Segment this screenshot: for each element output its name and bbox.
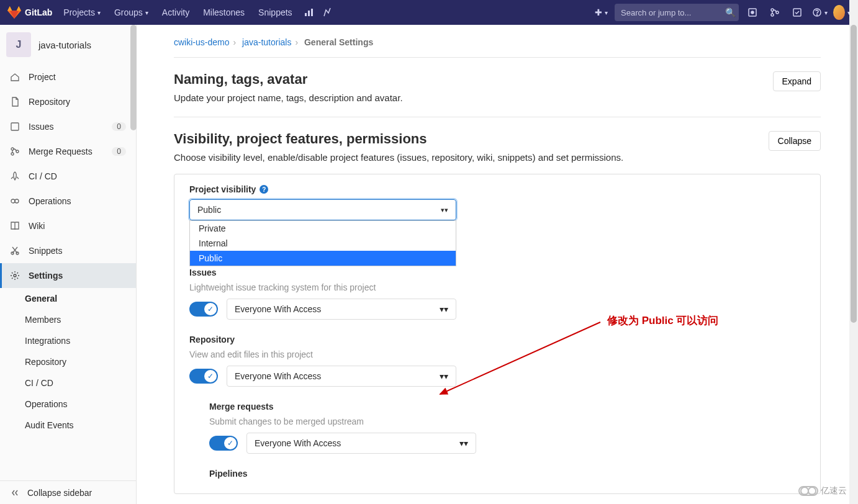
todos-icon[interactable] <box>788 4 806 21</box>
sidebar-item-snippets[interactable]: Snippets <box>0 238 136 263</box>
feature-merge: Merge requests Submit changes to be merg… <box>209 387 805 454</box>
section-naming: Naming, tags, avatar Update your project… <box>174 57 821 117</box>
main-scrollbar-thumb[interactable] <box>851 25 857 323</box>
book-icon <box>10 221 20 231</box>
check-icon: ✓ <box>224 437 237 449</box>
merge-access-select[interactable]: Everyone With Access▾▾ <box>246 433 476 454</box>
merge-shortcut-icon[interactable] <box>766 4 783 21</box>
merge-badge: 0 <box>112 147 126 156</box>
plus-button[interactable]: ✚▾ <box>592 4 610 21</box>
main-content: cwiki-us-demo› java-tutorials› General S… <box>137 25 858 504</box>
charts-icon[interactable] <box>300 4 317 21</box>
watermark: 亿速云 <box>798 485 847 497</box>
sidebar-item-repository[interactable]: Repository <box>0 89 136 114</box>
merge-toggle[interactable]: ✓ <box>209 436 238 451</box>
option-public[interactable]: Public <box>190 251 456 266</box>
nav-snippets[interactable]: Snippets <box>252 0 298 25</box>
section-title: Visibility, project features, permission… <box>174 131 769 147</box>
sidebar-item-wiki[interactable]: Wiki <box>0 214 136 238</box>
file-icon <box>10 97 20 107</box>
crumb-group[interactable]: cwiki-us-demo <box>174 37 229 47</box>
chevron-left-icon <box>10 488 20 498</box>
sidebar-item-operations[interactable]: Operations <box>0 189 136 214</box>
svg-point-10 <box>816 15 817 16</box>
repository-access-select[interactable]: Everyone With Access▾▾ <box>227 366 456 387</box>
gitlab-icon <box>7 6 21 19</box>
sidebar-sub-repository[interactable]: Repository <box>0 351 136 372</box>
check-icon: ✓ <box>204 370 217 382</box>
sidebar: J java-tutorials Project Repository Issu… <box>0 25 137 504</box>
user-menu[interactable]: ▾ <box>833 4 851 21</box>
sidebar-sub-general[interactable]: General <box>0 288 136 309</box>
svg-point-12 <box>11 148 14 150</box>
option-internal[interactable]: Internal <box>190 236 456 251</box>
snippet-icon <box>10 246 20 256</box>
rocket-icon <box>10 171 20 181</box>
breadcrumb: cwiki-us-demo› java-tutorials› General S… <box>174 37 821 57</box>
sidebar-item-issues[interactable]: Issues0 <box>0 114 136 139</box>
admin-icon[interactable] <box>318 4 336 21</box>
topnav-menu: Projects▾ Groups▾ Activity Milestones Sn… <box>57 0 335 25</box>
feature-pipelines: Pipelines <box>209 454 805 479</box>
home-icon <box>10 72 20 82</box>
visibility-dropdown: Private Internal Public <box>189 220 456 266</box>
collapse-button[interactable]: Collapse <box>769 131 821 151</box>
repository-toggle[interactable]: ✓ <box>189 369 218 384</box>
project-header[interactable]: J java-tutorials <box>0 25 136 65</box>
issues-icon <box>10 122 20 132</box>
visibility-panel: 修改为 Public 可以访问 Project visibility ? Pub… <box>174 174 821 494</box>
sidebar-sub-integrations[interactable]: Integrations <box>0 330 136 351</box>
svg-rect-1 <box>308 11 310 16</box>
top-navbar: GitLab Projects▾ Groups▾ Activity Milest… <box>0 0 858 25</box>
ops-icon <box>10 196 20 206</box>
collapse-sidebar[interactable]: Collapse sidebar <box>0 480 136 504</box>
chevron-down-icon: ▾ <box>97 9 101 16</box>
svg-rect-2 <box>311 9 313 16</box>
issues-shortcut-icon[interactable] <box>744 4 761 21</box>
nav-activity[interactable]: Activity <box>156 0 196 25</box>
brand-text: GitLab <box>25 7 52 17</box>
svg-point-19 <box>14 274 16 277</box>
search-icon[interactable]: 🔍 <box>725 7 736 17</box>
chevron-down-icon: ▾ <box>145 9 148 16</box>
annotation-text: 修改为 Public 可以访问 <box>607 313 718 328</box>
sidebar-sub-audit[interactable]: Audit Events <box>0 415 136 436</box>
sidebar-item-cicd[interactable]: CI / CD <box>0 164 136 189</box>
nav-groups[interactable]: Groups▾ <box>108 0 155 25</box>
issues-badge: 0 <box>112 122 126 131</box>
gitlab-logo[interactable]: GitLab <box>7 6 52 19</box>
sidebar-item-settings[interactable]: Settings <box>0 263 136 288</box>
sidebar-item-project[interactable]: Project <box>0 65 136 89</box>
avatar <box>833 5 845 20</box>
option-private[interactable]: Private <box>190 221 456 236</box>
crumb-project[interactable]: java-tutorials <box>242 37 291 47</box>
sidebar-sub-cicd[interactable]: CI / CD <box>0 372 136 394</box>
feature-repository: Repository View and edit files in this p… <box>189 320 805 387</box>
issues-access-select[interactable]: Everyone With Access▾▾ <box>227 299 456 320</box>
search-input[interactable] <box>621 8 725 17</box>
gear-icon <box>10 271 20 281</box>
search-box[interactable]: 🔍 <box>615 4 739 21</box>
sidebar-item-merge[interactable]: Merge Requests0 <box>0 139 136 164</box>
svg-point-5 <box>771 9 774 11</box>
sidebar-sub-operations[interactable]: Operations <box>0 394 136 415</box>
nav-projects[interactable]: Projects▾ <box>57 0 107 25</box>
visibility-select[interactable]: Public ▾▾ Private Internal Public <box>189 199 456 220</box>
svg-point-15 <box>11 199 15 203</box>
main-scrollbar-track[interactable] <box>849 0 858 504</box>
project-avatar: J <box>6 32 31 57</box>
sidebar-sub-members[interactable]: Members <box>0 309 136 330</box>
help-icon[interactable]: ? <box>260 185 268 194</box>
chevron-down-icon: ▾▾ <box>441 206 448 214</box>
svg-point-6 <box>771 14 774 16</box>
expand-button[interactable]: Expand <box>773 71 821 91</box>
svg-rect-11 <box>11 123 19 130</box>
help-icon[interactable]: ▾ <box>811 4 828 21</box>
issues-toggle[interactable]: ✓ <box>189 302 218 317</box>
chevron-down-icon: ▾▾ <box>459 438 468 448</box>
section-visibility: Visibility, project features, permission… <box>174 117 821 504</box>
svg-point-16 <box>15 199 19 203</box>
merge-icon <box>10 146 20 156</box>
svg-rect-0 <box>305 13 307 16</box>
nav-milestones[interactable]: Milestones <box>197 0 251 25</box>
